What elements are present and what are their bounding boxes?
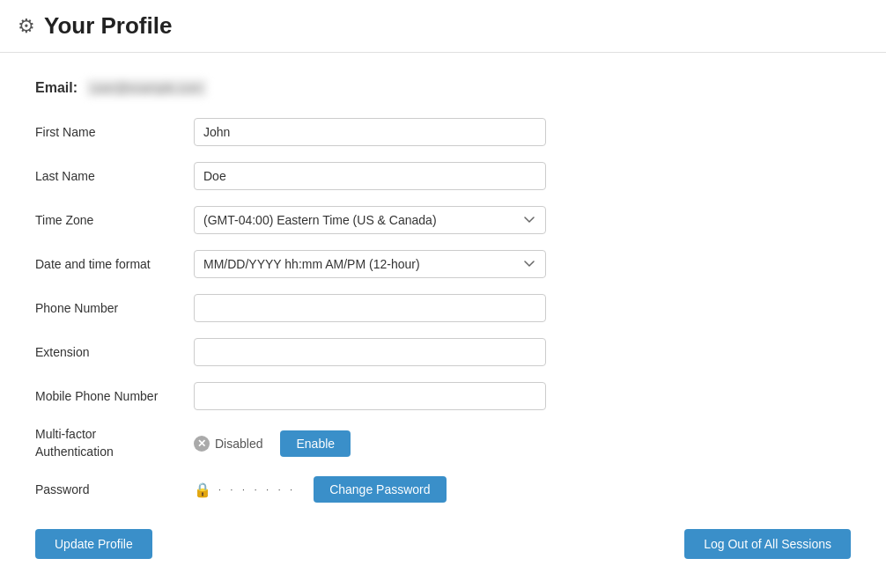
footer-row: Update Profile Log Out of All Sessions	[35, 529, 851, 577]
phone-number-input[interactable]	[194, 294, 546, 322]
first-name-label: First Name	[35, 125, 194, 139]
email-row: Email: user@example.com	[35, 79, 851, 97]
extension-label: Extension	[35, 345, 194, 359]
extension-input[interactable]	[194, 338, 546, 366]
mfa-disabled-icon: ✕	[194, 436, 210, 452]
password-field: 🔒 · · · · · · ·	[194, 481, 296, 498]
first-name-row: First Name	[35, 118, 851, 146]
gear-icon: ⚙	[18, 15, 35, 38]
email-value: user@example.com	[86, 79, 207, 97]
logout-sessions-button[interactable]: Log Out of All Sessions	[684, 529, 851, 559]
email-label: Email:	[35, 80, 78, 96]
first-name-input[interactable]	[194, 118, 546, 146]
change-password-button[interactable]: Change Password	[314, 476, 446, 503]
timezone-label: Time Zone	[35, 213, 194, 227]
update-profile-button[interactable]: Update Profile	[35, 529, 152, 559]
timezone-select[interactable]: (GMT-04:00) Eastern Time (US & Canada) (…	[194, 206, 546, 234]
mobile-phone-row: Mobile Phone Number	[35, 382, 851, 410]
lock-icon: 🔒	[194, 481, 211, 498]
last-name-label: Last Name	[35, 169, 194, 183]
mfa-status-text: Disabled	[215, 437, 262, 451]
datetime-format-select[interactable]: MM/DD/YYYY hh:mm AM/PM (12-hour) DD/MM/Y…	[194, 250, 546, 278]
password-row: Password 🔒 · · · · · · · Change Password	[35, 476, 851, 503]
phone-number-label: Phone Number	[35, 301, 194, 315]
datetime-format-label: Date and time format	[35, 257, 194, 271]
password-dots: · · · · · · ·	[218, 485, 296, 495]
password-label: Password	[35, 482, 194, 496]
timezone-row: Time Zone (GMT-04:00) Eastern Time (US &…	[35, 206, 851, 234]
last-name-input[interactable]	[194, 162, 546, 190]
last-name-row: Last Name	[35, 162, 851, 190]
page-header: ⚙ Your Profile	[0, 0, 886, 53]
mobile-phone-label: Mobile Phone Number	[35, 389, 194, 403]
mfa-label: Multi-factorAuthentication	[35, 426, 194, 460]
main-content: Email: user@example.com First Name Last …	[0, 53, 886, 588]
datetime-format-row: Date and time format MM/DD/YYYY hh:mm AM…	[35, 250, 851, 278]
enable-mfa-button[interactable]: Enable	[280, 430, 351, 457]
mfa-status: ✕ Disabled	[194, 436, 262, 452]
mobile-phone-input[interactable]	[194, 382, 546, 410]
phone-number-row: Phone Number	[35, 294, 851, 322]
extension-row: Extension	[35, 338, 851, 366]
page-title: Your Profile	[44, 12, 172, 40]
mfa-row: Multi-factorAuthentication ✕ Disabled En…	[35, 426, 851, 460]
